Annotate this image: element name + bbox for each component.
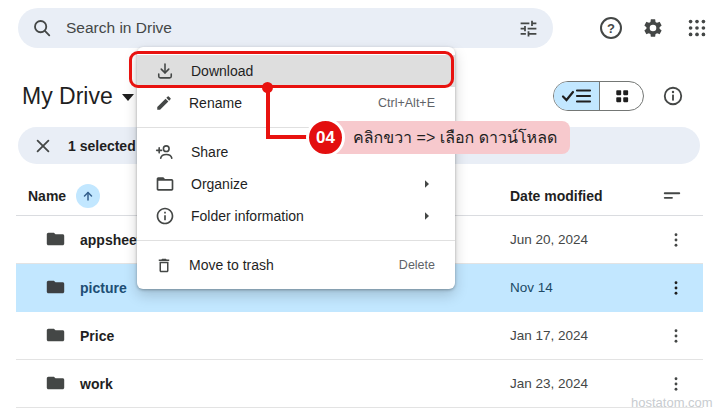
- search-icon: [32, 18, 52, 38]
- name-column-label: Name: [28, 188, 66, 204]
- help-icon[interactable]: ?: [600, 17, 622, 39]
- menu-item-move-to-trash[interactable]: Move to trash Delete: [137, 249, 455, 281]
- submenu-arrow-icon: [419, 176, 435, 192]
- search-input[interactable]: [66, 19, 504, 37]
- file-name: Price: [80, 328, 114, 344]
- list-view-button[interactable]: [554, 82, 599, 110]
- file-date: Jun 20, 2024: [510, 232, 588, 247]
- info-icon[interactable]: [662, 85, 684, 107]
- info-circle-icon: [155, 206, 175, 226]
- shortcut-label: Ctrl+Alt+E: [378, 96, 435, 110]
- annotation-highlight-border: [129, 51, 454, 88]
- submenu-arrow-icon: [419, 208, 435, 224]
- pencil-icon: [155, 94, 173, 112]
- column-header-name[interactable]: Name: [28, 184, 100, 208]
- selected-count-label: 1 selected: [68, 138, 136, 154]
- settings-gear-icon[interactable]: [642, 17, 664, 39]
- file-name: work: [80, 376, 113, 392]
- search-options-tune-icon[interactable]: [518, 18, 539, 39]
- folder-open-icon: [155, 174, 175, 194]
- folder-icon: [46, 279, 65, 295]
- my-drive-title[interactable]: My Drive: [22, 80, 134, 112]
- menu-item-label: Organize: [191, 176, 248, 192]
- check-list-icon: [560, 86, 594, 106]
- menu-item-rename[interactable]: Rename Ctrl+Alt+E: [137, 87, 455, 119]
- folder-icon: [46, 327, 65, 343]
- annotation-connector-vline: [266, 88, 270, 137]
- menu-item-label: Move to trash: [189, 257, 274, 273]
- file-date: Nov 14: [510, 280, 553, 295]
- column-header-date-modified[interactable]: Date modified: [510, 188, 603, 204]
- file-date: Jan 17, 2024: [510, 328, 588, 343]
- menu-separator: [137, 240, 455, 241]
- more-options-icon[interactable]: [664, 228, 688, 252]
- annotation-callout: คลิกขวา => เลือก ดาวน์โหลด: [311, 121, 570, 154]
- person-add-icon: [155, 142, 175, 162]
- sort-direction-icon[interactable]: [662, 186, 682, 206]
- menu-item-label: Share: [191, 144, 228, 160]
- view-toggle[interactable]: [553, 81, 644, 111]
- more-options-icon[interactable]: [664, 324, 688, 348]
- menu-item-label: Folder information: [191, 208, 304, 224]
- sort-ascending-icon[interactable]: [76, 184, 100, 208]
- watermark: hostatom.com: [631, 395, 713, 410]
- close-icon[interactable]: [34, 137, 52, 155]
- menu-item-folder-information[interactable]: Folder information: [137, 200, 455, 232]
- annotation-step-badge: 04: [306, 118, 345, 157]
- chevron-down-icon: [122, 94, 134, 101]
- trash-icon: [155, 256, 173, 275]
- menu-item-organize[interactable]: Organize: [137, 168, 455, 200]
- file-row-work[interactable]: work Jan 23, 2024: [16, 360, 703, 408]
- menu-item-label: Rename: [189, 95, 242, 111]
- page-title-label: My Drive: [22, 83, 113, 110]
- file-row-price[interactable]: Price Jan 17, 2024: [16, 312, 703, 360]
- folder-icon: [46, 375, 65, 391]
- search-bar[interactable]: [18, 8, 553, 48]
- more-options-icon[interactable]: [664, 372, 688, 396]
- more-options-icon[interactable]: [664, 276, 688, 300]
- shortcut-label: Delete: [399, 258, 435, 272]
- grid-view-button[interactable]: [599, 82, 643, 110]
- grid-view-icon: [613, 87, 631, 105]
- file-date: Jan 23, 2024: [510, 376, 588, 391]
- apps-grid-icon[interactable]: [686, 17, 708, 39]
- folder-icon: [46, 231, 65, 247]
- file-name: appsheet: [80, 232, 141, 248]
- file-name: picture: [80, 280, 127, 296]
